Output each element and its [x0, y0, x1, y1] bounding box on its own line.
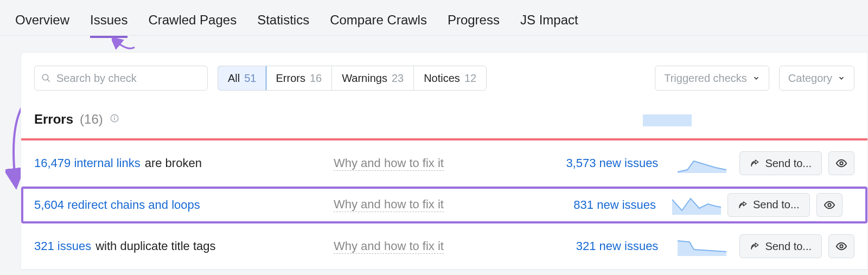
tab-statistics[interactable]: Statistics — [257, 12, 309, 37]
tab-issues[interactable]: Issues — [90, 12, 127, 37]
section-title: Errors — [34, 112, 73, 127]
new-issues-link[interactable]: 321 new issues — [576, 239, 659, 253]
issue-description: 16,479 internal links are broken — [34, 156, 327, 170]
sparkline-icon — [678, 236, 726, 256]
filter-count: 16 — [310, 72, 322, 85]
send-to-button[interactable]: Send to... — [727, 193, 810, 217]
section-count: (16) — [80, 112, 103, 127]
filter-all[interactable]: All 51 — [218, 66, 266, 91]
why-and-how-link[interactable]: Why and how to fix it — [334, 197, 444, 212]
share-arrow-icon — [750, 241, 760, 251]
share-arrow-icon — [750, 158, 760, 168]
issue-row-highlighted: 5,604 redirect chains and loops Why and … — [21, 187, 867, 223]
share-arrow-icon — [738, 200, 748, 210]
filter-group: All 51 Errors 16 Warnings 23 Notices 12 — [218, 66, 487, 91]
filter-label: Errors — [276, 72, 305, 85]
send-to-button[interactable]: Send to... — [739, 151, 822, 175]
svg-rect-3 — [114, 117, 115, 120]
search-icon — [41, 73, 51, 83]
filter-count: 23 — [392, 72, 404, 85]
panel-toolbar: All 51 Errors 16 Warnings 23 Notices 12 … — [21, 53, 867, 98]
send-to-label: Send to... — [765, 157, 812, 170]
chevron-down-icon — [838, 74, 845, 82]
issue-suffix: with duplicate title tags — [95, 239, 215, 253]
eye-icon — [835, 157, 847, 169]
search-input[interactable] — [56, 72, 201, 85]
dropdown-label: Category — [788, 72, 832, 85]
main-tabs: Overview Issues Crawled Pages Statistics… — [0, 0, 868, 36]
send-to-label: Send to... — [753, 199, 800, 211]
filter-count: 51 — [244, 72, 256, 85]
filter-notices[interactable]: Notices 12 — [414, 66, 486, 90]
issue-link[interactable]: 321 issues — [34, 239, 91, 253]
filter-count: 12 — [464, 72, 476, 85]
tab-js-impact[interactable]: JS Impact — [520, 12, 578, 37]
svg-point-7 — [840, 245, 843, 248]
new-issues-link[interactable]: 3,573 new issues — [566, 156, 658, 170]
why-and-how-link[interactable]: Why and how to fix it — [334, 156, 444, 171]
sparkline-icon — [678, 154, 726, 173]
issues-panel: All 51 Errors 16 Warnings 23 Notices 12 … — [21, 52, 868, 270]
svg-rect-4 — [114, 116, 115, 117]
errors-section-header: Errors (16) — [21, 98, 867, 138]
tab-crawled-pages[interactable]: Crawled Pages — [148, 12, 237, 37]
eye-icon — [835, 240, 847, 252]
filter-label: Notices — [424, 72, 460, 85]
issue-link[interactable]: 5,604 redirect chains and loops — [34, 198, 200, 212]
issue-suffix: are broken — [145, 156, 202, 170]
svg-point-5 — [840, 162, 843, 165]
filter-label: All — [228, 72, 240, 85]
tab-progress[interactable]: Progress — [448, 12, 500, 37]
view-button[interactable] — [816, 193, 843, 217]
svg-line-1 — [47, 79, 50, 82]
view-button[interactable] — [828, 151, 854, 175]
new-issues-link[interactable]: 831 new issues — [573, 198, 656, 212]
sparkline-icon — [643, 110, 692, 129]
filter-warnings[interactable]: Warnings 23 — [332, 66, 414, 90]
issue-link[interactable]: 16,479 internal links — [34, 156, 141, 170]
filter-label: Warnings — [342, 72, 387, 85]
svg-point-6 — [828, 203, 831, 207]
why-and-how-link[interactable]: Why and how to fix it — [334, 239, 444, 254]
tab-overview[interactable]: Overview — [15, 12, 69, 37]
view-button[interactable] — [828, 234, 854, 258]
issue-row: 16,479 internal links are broken Why and… — [21, 140, 867, 187]
chevron-down-icon — [752, 74, 760, 82]
send-to-label: Send to... — [765, 240, 812, 253]
sparkline-icon — [672, 195, 721, 215]
triggered-checks-dropdown[interactable]: Triggered checks — [655, 66, 769, 91]
category-dropdown[interactable]: Category — [779, 66, 854, 91]
issue-description: 321 issues with duplicate title tags — [34, 239, 327, 253]
issue-row: 321 issues with duplicate title tags Why… — [21, 223, 867, 270]
issue-description: 5,604 redirect chains and loops — [34, 198, 327, 212]
tab-compare-crawls[interactable]: Compare Crawls — [330, 12, 427, 37]
send-to-button[interactable]: Send to... — [739, 234, 822, 258]
filter-errors[interactable]: Errors 16 — [266, 66, 332, 90]
annotation-arrow-icon — [112, 35, 139, 53]
dropdown-label: Triggered checks — [664, 72, 747, 85]
info-icon[interactable] — [110, 113, 119, 126]
svg-point-0 — [42, 74, 48, 80]
search-input-container[interactable] — [34, 66, 208, 91]
eye-icon — [824, 199, 835, 211]
